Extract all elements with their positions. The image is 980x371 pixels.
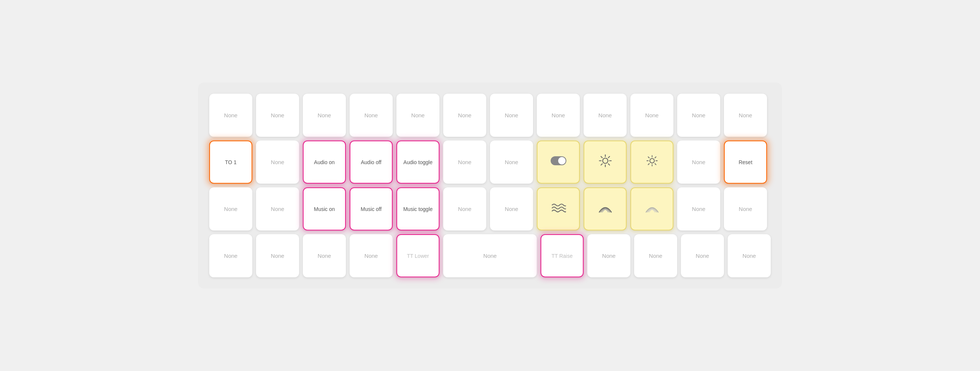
key-r4k9[interactable]: None xyxy=(634,234,677,277)
key-r4k10[interactable]: None xyxy=(681,234,724,277)
key-r3k1[interactable]: None xyxy=(209,187,252,230)
key-audio-on[interactable]: Audio on xyxy=(303,141,346,184)
toggle-icon xyxy=(550,156,566,168)
svg-line-18 xyxy=(655,157,656,158)
svg-line-16 xyxy=(648,157,649,158)
svg-line-7 xyxy=(601,157,602,158)
rainbow-dim-icon xyxy=(644,202,660,216)
key-waves[interactable] xyxy=(537,187,580,230)
key-r1k6[interactable]: None xyxy=(443,94,486,137)
key-r1k8[interactable]: None xyxy=(537,94,580,137)
key-r2k6[interactable]: None xyxy=(443,141,486,184)
key-r2k7[interactable]: None xyxy=(490,141,533,184)
key-r1k4[interactable]: None xyxy=(350,94,393,137)
svg-line-8 xyxy=(608,164,610,165)
key-r3k2[interactable]: None xyxy=(256,187,299,230)
key-music-on[interactable]: Music on xyxy=(303,187,346,230)
svg-point-1 xyxy=(558,157,566,165)
sun-dim-icon xyxy=(645,154,659,170)
sun-bright-icon xyxy=(598,154,612,170)
key-r2k2[interactable]: None xyxy=(256,141,299,184)
svg-line-19 xyxy=(648,164,649,165)
key-r3k11[interactable]: None xyxy=(677,187,720,230)
key-r1k11[interactable]: None xyxy=(677,94,720,137)
key-r1k10[interactable]: None xyxy=(630,94,673,137)
key-rainbow-dim[interactable] xyxy=(630,187,673,230)
key-to1[interactable]: TO 1 xyxy=(209,141,252,184)
keyboard-grid: None None None None None None None None … xyxy=(198,82,782,289)
key-r1k3[interactable]: None xyxy=(303,94,346,137)
key-r4k3[interactable]: None xyxy=(303,234,346,277)
key-audio-off[interactable]: Audio off xyxy=(350,141,393,184)
key-sun-dim[interactable] xyxy=(630,141,673,184)
key-music-off[interactable]: Music off xyxy=(350,187,393,230)
key-r4k6-wide[interactable]: None xyxy=(443,234,537,277)
svg-line-9 xyxy=(608,157,610,158)
key-r3k6[interactable]: None xyxy=(443,187,486,230)
key-toggle[interactable] xyxy=(537,141,580,184)
key-audio-toggle[interactable]: Audio toggle xyxy=(396,141,439,184)
key-r4k8[interactable]: None xyxy=(587,234,630,277)
key-r1k2[interactable]: None xyxy=(256,94,299,137)
svg-line-17 xyxy=(655,164,656,165)
key-music-toggle[interactable]: Music toggle xyxy=(396,187,439,230)
key-r1k1[interactable]: None xyxy=(209,94,252,137)
row-3: None None Music on Music off Music toggl… xyxy=(209,187,771,230)
key-r3k12[interactable]: None xyxy=(724,187,767,230)
row-1: None None None None None None None None … xyxy=(209,94,771,137)
key-r1k5[interactable]: None xyxy=(396,94,439,137)
key-sun-bright[interactable] xyxy=(584,141,627,184)
key-r1k7[interactable]: None xyxy=(490,94,533,137)
key-r4k1[interactable]: None xyxy=(209,234,252,277)
key-tt-raise[interactable]: TT Raise xyxy=(541,234,584,277)
key-r4k4[interactable]: None xyxy=(350,234,393,277)
key-r1k12[interactable]: None xyxy=(724,94,767,137)
waves-icon xyxy=(551,202,566,216)
key-rainbow[interactable] xyxy=(584,187,627,230)
svg-point-2 xyxy=(603,158,608,163)
row-4: None None None None TT Lower None TT Rai… xyxy=(209,234,771,277)
svg-point-11 xyxy=(650,158,654,163)
key-r4k2[interactable]: None xyxy=(256,234,299,277)
svg-line-10 xyxy=(601,164,602,165)
key-r2k11[interactable]: None xyxy=(677,141,720,184)
row-2: TO 1 None Audio on Audio off Audio toggl… xyxy=(209,141,771,184)
key-r4k11[interactable]: None xyxy=(728,234,771,277)
key-r1k9[interactable]: None xyxy=(584,94,627,137)
key-tt-lower[interactable]: TT Lower xyxy=(396,234,439,277)
key-r3k7[interactable]: None xyxy=(490,187,533,230)
rainbow-icon xyxy=(598,202,613,216)
key-reset[interactable]: Reset xyxy=(724,141,767,184)
